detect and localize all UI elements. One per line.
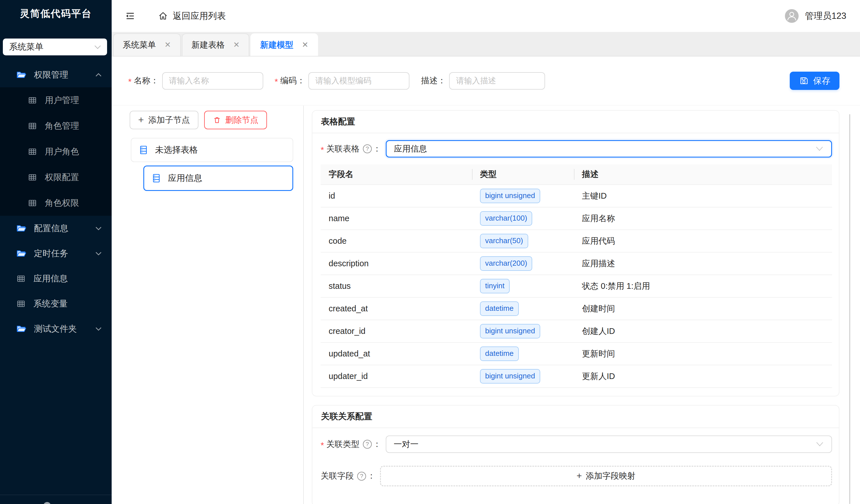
add-field-mapping-button[interactable]: + 添加字段映射 [380, 466, 832, 486]
sidebar-item-role-permission[interactable]: 角色权限 [0, 190, 112, 216]
relation-type-row: * 关联类型 ? ： 一对一 [321, 435, 832, 453]
add-child-node-label: 添加子节点 [148, 115, 190, 126]
config-panel: 表格配置 * 关联表格 ? ： 应用信息 [304, 106, 860, 504]
relation-type-label: 关联类型 [326, 439, 359, 450]
delete-node-button[interactable]: 删除节点 [204, 111, 267, 129]
sidebar-item-label: 系统变量 [33, 298, 102, 310]
sidebar-item-user-mgmt[interactable]: 用户管理 [0, 87, 112, 113]
table-grid-icon [27, 147, 38, 157]
field-type-tag: bigint unsigned [480, 189, 540, 203]
field-type-tag: tinyint [480, 279, 510, 293]
sidebar-menu: 权限管理 用户管理 角色管理 用户角色 [0, 62, 112, 494]
sidebar-item-label: 权限管理 [34, 69, 95, 81]
trash-icon [213, 116, 221, 124]
question-circle-icon[interactable]: ? [357, 472, 366, 480]
save-button-label: 保存 [813, 75, 830, 87]
code-field-group: * 编码： [275, 72, 410, 90]
desc-field-group: 描述： [421, 72, 545, 90]
required-mark: * [321, 145, 324, 155]
required-mark: * [128, 77, 132, 87]
save-icon [799, 76, 808, 86]
sidebar-submenu-permission: 用户管理 角色管理 用户角色 权限配置 [0, 87, 112, 216]
tree-node-label: 未选择表格 [155, 144, 198, 156]
tab-new-model[interactable]: 新建模型 ✕ [250, 33, 318, 56]
sidebar-item-app-info[interactable]: 应用信息 [0, 266, 112, 291]
add-child-node-button[interactable]: + 添加子节点 [130, 111, 198, 129]
sidebar-item-label: 用户管理 [45, 94, 79, 106]
table-node-icon [151, 173, 162, 183]
field-row: creator_id bigint unsigned 创建人ID [321, 320, 832, 342]
sidebar-item-system-vars[interactable]: 系统变量 [0, 291, 112, 316]
menu-fold-icon[interactable] [125, 11, 135, 21]
back-link-label: 返回应用列表 [173, 10, 226, 22]
folder-open-icon [16, 248, 27, 259]
tab-label: 新建模型 [260, 39, 293, 51]
field-row: created_at datetime 创建时间 [321, 297, 832, 320]
tree-node-root[interactable]: 未选择表格 [131, 138, 293, 162]
sidebar-item-permission-config[interactable]: 权限配置 [0, 164, 112, 190]
tab-new-table[interactable]: 新建表格 ✕ [182, 33, 249, 56]
main-content: * 名称： * 编码： 描述： 保存 + 添加子节点 [112, 57, 860, 504]
field-name: creator_id [321, 320, 472, 342]
close-icon[interactable]: ✕ [164, 41, 171, 49]
node-tree-panel: + 添加子节点 删除节点 未选择表格 应用信息 [112, 106, 303, 504]
sidebar-group-scheduled-tasks[interactable]: 定时任务 [0, 241, 112, 266]
tree-node-app-info[interactable]: 应用信息 [143, 165, 293, 191]
vertical-scrollbar[interactable] [849, 114, 850, 504]
field-desc: 更新人ID [574, 365, 832, 388]
question-circle-icon[interactable]: ? [363, 144, 372, 153]
field-type-tag: datetime [480, 301, 519, 316]
avatar [785, 9, 799, 23]
question-circle-icon[interactable]: ? [363, 440, 372, 449]
table-grid-icon [27, 172, 38, 182]
desc-input[interactable] [449, 72, 545, 90]
colon: ： [373, 439, 381, 450]
field-name: status [321, 275, 472, 297]
field-row: description varchar(200) 应用描述 [321, 252, 832, 275]
tree-node-label: 应用信息 [168, 172, 202, 184]
back-to-app-list-link[interactable]: 返回应用列表 [158, 10, 226, 22]
relation-config-title: 关联关系配置 [312, 405, 839, 428]
folder-open-icon [16, 324, 27, 334]
relation-type-select[interactable]: 一对一 [386, 435, 832, 453]
field-type-tag: varchar(50) [480, 234, 528, 248]
chevron-down-icon [815, 442, 824, 447]
field-row: updater_id bigint unsigned 更新人ID [321, 365, 832, 388]
menu-group-select[interactable]: 系统菜单 [3, 39, 107, 55]
save-button[interactable]: 保存 [790, 72, 840, 90]
close-icon[interactable]: ✕ [302, 41, 309, 49]
close-icon[interactable]: ✕ [233, 41, 240, 49]
sidebar-group-config-info[interactable]: 配置信息 [0, 216, 112, 241]
sidebar-group-test-folder[interactable]: 测试文件夹 [0, 316, 112, 341]
plus-icon: + [138, 115, 144, 124]
field-desc: 应用名称 [574, 207, 832, 230]
name-label: 名称： [134, 75, 159, 87]
field-type-tag: bigint unsigned [480, 324, 540, 339]
field-desc: 创建时间 [574, 297, 832, 320]
required-mark: * [321, 440, 324, 450]
sidebar-item-label: 角色权限 [45, 197, 79, 209]
related-table-select[interactable]: 应用信息 [386, 140, 832, 158]
field-name: name [321, 207, 472, 230]
field-desc: 更新时间 [574, 342, 832, 365]
code-input[interactable] [309, 72, 410, 90]
tab-system-menu[interactable]: 系统菜单 ✕ [113, 33, 181, 56]
app-title: 灵简低代码平台 [0, 0, 112, 27]
code-label: 编码： [280, 75, 305, 87]
sidebar-group-permission[interactable]: 权限管理 [0, 62, 112, 87]
field-row: id bigint unsigned 主键ID [321, 184, 832, 207]
column-header-type: 类型 [472, 164, 574, 184]
sidebar-item-user-role[interactable]: 用户角色 [0, 139, 112, 164]
table-grid-icon [27, 121, 38, 131]
related-table-row: * 关联表格 ? ： 应用信息 [321, 140, 832, 158]
user-menu[interactable]: 管理员123 [785, 9, 846, 23]
relation-config-card: 关联关系配置 * 关联类型 ? ： 一对一 [312, 405, 840, 504]
table-node-icon [138, 145, 149, 155]
required-mark: * [275, 77, 278, 87]
topbar: 返回应用列表 管理员123 [112, 0, 860, 32]
plus-icon: + [576, 471, 582, 480]
sidebar-item-label: 权限配置 [45, 172, 79, 183]
chevron-down-icon [95, 327, 102, 331]
name-input[interactable] [162, 72, 263, 90]
sidebar-item-role-mgmt[interactable]: 角色管理 [0, 113, 112, 139]
